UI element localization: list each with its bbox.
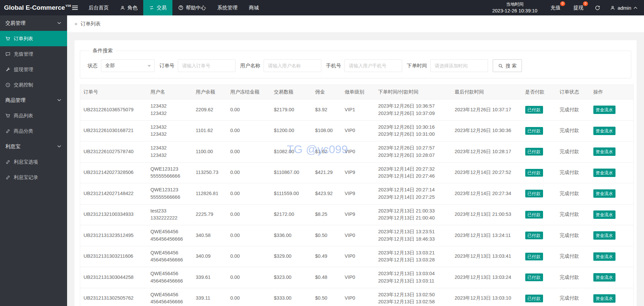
sidebar-item-trade-control[interactable]: 交易控制	[0, 77, 67, 93]
content-area: 条件搜索 状态 全部 订单号 用户名称 手机号 下单时间	[67, 32, 644, 306]
fund-flow-button[interactable]: 资金流水	[593, 231, 615, 240]
withdraw-button[interactable]: 提现 0	[567, 0, 590, 15]
cell-last-pay-time: 2023年12月13日 13:03:10	[451, 288, 522, 306]
fund-flow-button[interactable]: 资金流水	[593, 127, 615, 135]
cell-last-pay-time: 2023年12月13日 13:03:41	[451, 246, 522, 267]
cell-order-no: UB2312142027328506	[80, 162, 147, 183]
column-header: 用户冻结金额	[227, 85, 271, 100]
column-header: 是否付款	[522, 85, 556, 100]
fund-flow-button[interactable]: 资金流水	[593, 210, 615, 219]
cell-frozen: 0.00	[227, 141, 271, 163]
sidebar-group-product-management[interactable]: 商品管理	[0, 93, 67, 108]
fund-flow-button[interactable]: 资金流水	[593, 189, 615, 198]
fund-flow-button[interactable]: 资金流水	[593, 294, 615, 303]
order-no-input[interactable]	[178, 59, 235, 72]
nav-item-system[interactable]: 系统管理	[212, 0, 243, 15]
cell-order-no: UB2312131303044258	[80, 267, 147, 288]
sidebar-item-product-category[interactable]: 商品分类	[0, 123, 67, 139]
cell-amount: $336.00	[271, 225, 312, 246]
search-button[interactable]: 搜 索	[493, 59, 522, 72]
wrench-icon	[5, 67, 10, 72]
sidebar-group-interest-treasure[interactable]: 利息宝	[0, 139, 67, 154]
status-label: 状态	[88, 63, 98, 69]
page-layout: 交易管理 订单列表 充值管理 提现管理 交易控制 商品管理 商品列表	[0, 15, 644, 306]
app-version: V16	[66, 4, 71, 7]
cell-commission: $421.29	[312, 162, 341, 183]
order-row: UB2312131302505762QWE4564564564564566663…	[80, 288, 634, 306]
cell-last-pay-time: 2023年12月26日 10:28:17	[451, 141, 522, 163]
fund-flow-button[interactable]: 资金流水	[593, 106, 615, 114]
sidebar-item-product-list[interactable]: 商品列表	[0, 108, 67, 123]
order-row: UB2312131303211606QWE4564564564564566663…	[80, 246, 634, 267]
chevron-down-icon	[57, 99, 61, 102]
sidebar-item-interest-options[interactable]: 利息宝选项	[0, 154, 67, 170]
nav-item-label: 交易	[157, 5, 167, 11]
nav-item-home[interactable]: 后台首页	[83, 0, 114, 15]
comment-icon	[5, 52, 10, 57]
sidebar-group-label: 交易管理	[5, 20, 25, 26]
column-header: 佣金	[312, 85, 341, 100]
cart-icon	[5, 113, 10, 118]
cell-order-pay-time: 2023年12月14日 20:27:322023年12月14日 20:27:46	[375, 162, 451, 183]
cell-last-pay-time: 2023年12月13日 13:24:11	[451, 225, 522, 246]
cell-balance: 113250.73	[193, 162, 227, 183]
order-row: UB2312142027148422QWE1231235555556666611…	[80, 183, 634, 204]
cell-order-status: 完成付款	[556, 120, 590, 141]
fund-flow-button[interactable]: 资金流水	[593, 169, 615, 177]
fund-flow-button[interactable]: 资金流水	[593, 273, 615, 282]
sidebar-item-interest-records[interactable]: 利息宝记录	[0, 170, 67, 185]
cell-order-status: 完成付款	[556, 288, 590, 306]
cell-order-pay-time: 2023年12月14日 20:27:142023年12月14日 20:27:25	[375, 183, 451, 204]
cell-user: 123432123432	[147, 100, 193, 121]
cell-user: QWE456456456456456666	[147, 267, 193, 288]
cell-vip-level: VIP0	[341, 288, 375, 306]
cell-paid: 已付款	[522, 225, 556, 246]
column-header: 做单级别	[341, 85, 375, 100]
cell-order-status: 完成付款	[556, 183, 590, 204]
cell-order-no: UB2312131302505762	[80, 288, 147, 306]
menu-toggle-button[interactable]	[67, 0, 83, 15]
username-input[interactable]	[264, 59, 321, 72]
local-time: 当地时间 2023-12-26 10:39:10	[485, 0, 544, 15]
sidebar-item-recharge-management[interactable]: 充值管理	[0, 46, 67, 62]
sidebar-item-label: 利息宝选项	[14, 159, 38, 165]
trade-icon	[149, 5, 154, 10]
fund-flow-button[interactable]: 资金流水	[593, 147, 615, 156]
search-row: 状态 全部 订单号 用户名称 手机号 下单时间	[85, 59, 626, 72]
cell-action: 资金流水	[590, 267, 634, 288]
sidebar-item-order-list[interactable]: 订单列表	[0, 31, 67, 46]
cell-paid: 已付款	[522, 183, 556, 204]
admin-menu[interactable]: admin	[605, 0, 644, 15]
cell-order-no: UB2312261027578740	[80, 141, 147, 163]
nav-item-help[interactable]: 帮助中心	[172, 0, 212, 15]
nav-item-roles[interactable]: 角色	[114, 0, 143, 15]
phone-input[interactable]	[344, 59, 402, 72]
order-time-input[interactable]	[430, 59, 488, 72]
top-navbar: Global E-Commerce V16 后台首页 角色 交易 帮助中心 系统…	[0, 0, 644, 15]
cell-order-pay-time: 2023年12月13日 13:02:502023年12月13日 13:02:58	[375, 288, 451, 306]
order-row: UB2312142027328506QWE1231235555556666611…	[80, 162, 634, 183]
local-time-value: 2023-12-26 10:39:10	[492, 7, 537, 14]
cell-balance: 340.09	[193, 246, 227, 267]
search-button-label: 搜 索	[505, 63, 517, 69]
cell-paid: 已付款	[522, 120, 556, 141]
cell-user: QWE456456456456456666	[147, 288, 193, 306]
refresh-button[interactable]	[590, 0, 605, 15]
cell-balance: 339.61	[193, 267, 227, 288]
nav-item-mall[interactable]: 商城	[243, 0, 265, 15]
username-label: 用户名称	[240, 63, 260, 69]
cell-commission: $423.92	[312, 183, 341, 204]
fund-flow-button[interactable]: 资金流水	[593, 252, 615, 261]
status-select[interactable]: 全部	[101, 59, 155, 72]
cell-action: 资金流水	[590, 225, 634, 246]
order-time-label: 下单时间	[407, 63, 427, 69]
cell-vip-level: VIP9	[341, 204, 375, 225]
recharge-button[interactable]: 充值 0	[544, 0, 567, 15]
search-icon	[498, 63, 503, 68]
sidebar-item-label: 充值管理	[14, 51, 33, 57]
nav-item-trade[interactable]: 交易	[143, 0, 172, 15]
cell-order-no: UB2312131303211606	[80, 246, 147, 267]
cell-paid: 已付款	[522, 246, 556, 267]
sidebar-group-trade-management[interactable]: 交易管理	[0, 15, 67, 31]
sidebar-item-withdraw-management[interactable]: 提现管理	[0, 62, 67, 77]
